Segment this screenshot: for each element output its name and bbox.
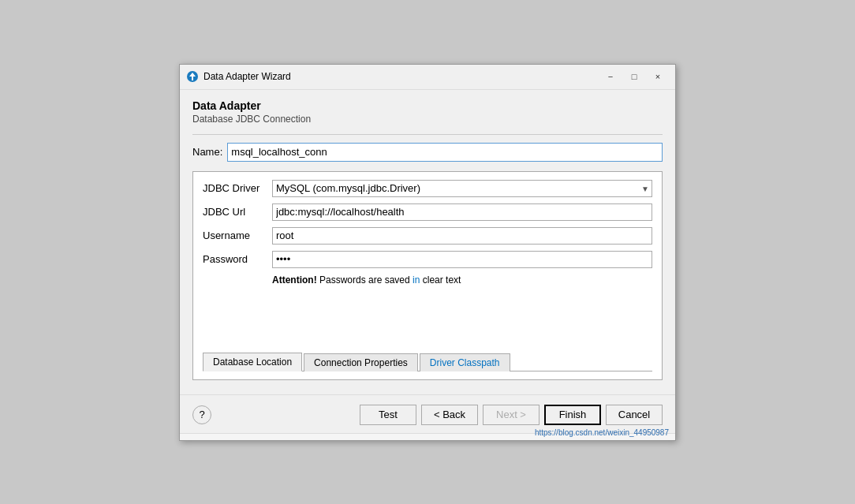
tabs-row: Database Location Connection Properties … — [203, 352, 652, 371]
watermark-text: https://blog.csdn.net/weixin_44950987 — [535, 428, 669, 437]
tab-driver-classpath[interactable]: Driver Classpath — [420, 353, 510, 371]
wizard-icon — [186, 70, 199, 83]
section-title: Data Adapter — [192, 99, 663, 112]
footer: ? Test < Back Next > Finish Cancel — [180, 394, 675, 433]
username-row: Username — [203, 227, 652, 245]
footer-left: ? — [192, 405, 211, 424]
in-text: in — [413, 274, 420, 286]
help-button[interactable]: ? — [192, 405, 211, 424]
username-label: Username — [203, 230, 272, 241]
footer-buttons: Test < Back Next > Finish Cancel — [360, 405, 663, 425]
password-row: Password — [203, 251, 652, 268]
name-label: Name: — [192, 146, 222, 158]
test-button[interactable]: Test — [360, 405, 416, 425]
titlebar-title: Data Adapter Wizard — [203, 71, 291, 82]
jdbc-url-label: JDBC Url — [203, 206, 272, 218]
jdbc-settings-panel: JDBC Driver MySQL (com.mysql.jdbc.Driver… — [192, 171, 663, 380]
attention-row: Attention! Passwords are saved in clear … — [272, 274, 652, 286]
name-input[interactable] — [227, 143, 663, 162]
jdbc-driver-label: JDBC Driver — [203, 182, 272, 194]
data-adapter-wizard-window: Data Adapter Wizard − □ × Data Adapter D… — [179, 64, 676, 441]
jdbc-driver-row: JDBC Driver MySQL (com.mysql.jdbc.Driver… — [203, 180, 652, 197]
main-content: Data Adapter Database JDBC Connection Na… — [180, 90, 675, 394]
attention-message: Passwords are saved in clear text — [317, 274, 461, 286]
close-button[interactable]: × — [647, 69, 669, 84]
finish-button[interactable]: Finish — [544, 405, 601, 425]
name-row: Name: — [192, 143, 663, 162]
password-label: Password — [203, 253, 272, 265]
titlebar: Data Adapter Wizard − □ × — [180, 65, 675, 90]
jdbc-driver-select-wrapper: MySQL (com.mysql.jdbc.Driver) ▼ — [272, 180, 652, 197]
maximize-button[interactable]: □ — [623, 69, 645, 84]
password-input[interactable] — [272, 251, 652, 268]
tab-connection-properties[interactable]: Connection Properties — [304, 353, 418, 371]
watermark-bar: https://blog.csdn.net/weixin_44950987 — [180, 433, 675, 440]
cancel-button[interactable]: Cancel — [606, 405, 663, 425]
tab-database-location[interactable]: Database Location — [203, 353, 302, 371]
titlebar-left: Data Adapter Wizard — [186, 70, 291, 83]
minimize-button[interactable]: − — [599, 69, 622, 84]
jdbc-driver-select[interactable]: MySQL (com.mysql.jdbc.Driver) — [272, 180, 652, 197]
attention-prefix: Attention! — [272, 274, 317, 286]
attention-text: Attention! Passwords are saved in clear … — [272, 274, 461, 286]
divider — [192, 134, 663, 135]
jdbc-url-input[interactable] — [272, 203, 652, 221]
jdbc-url-row: JDBC Url — [203, 203, 652, 221]
titlebar-controls: − □ × — [599, 69, 669, 84]
spacer — [203, 286, 652, 349]
footer-content: ? Test < Back Next > Finish Cancel — [192, 405, 663, 425]
back-button[interactable]: < Back — [421, 405, 478, 425]
next-button[interactable]: Next > — [483, 405, 540, 425]
username-input[interactable] — [272, 227, 652, 245]
section-subtitle: Database JDBC Connection — [192, 114, 663, 125]
